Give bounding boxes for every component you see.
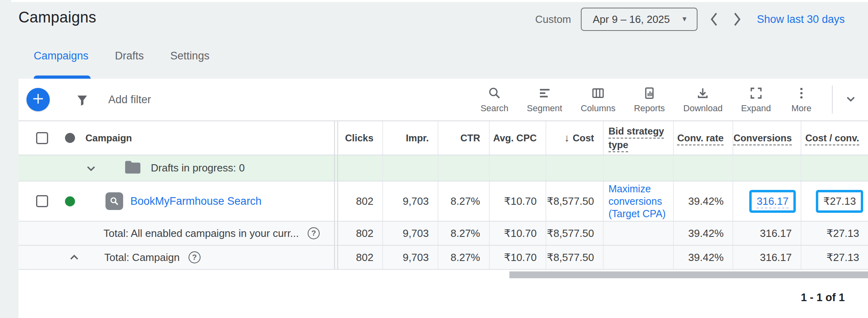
page-title: Campaigns (18, 9, 96, 26)
total-cost-conv: ₹27.13 (801, 222, 868, 245)
collapse-totals-chevron[interactable] (67, 250, 82, 265)
show-last-30-days-link[interactable]: Show last 30 days (757, 13, 845, 26)
total-impr: 9,703 (382, 246, 438, 269)
total-clicks: 802 (338, 246, 382, 269)
next-period-button[interactable] (726, 8, 748, 31)
previous-period-button[interactable] (703, 8, 726, 31)
download-icon (696, 86, 710, 100)
campaigns-table-card: Add filter Search Segment Columns (18, 79, 868, 318)
total-avg-cpc: ₹10.70 (489, 222, 546, 245)
reports-icon (642, 86, 657, 100)
column-header-campaign[interactable]: Campaign (85, 132, 132, 144)
table-header-row: Campaign Clicks Impr. CTR Avg. CPC ↓ Cos… (18, 120, 868, 155)
conversions-highlight-box: 316.17 (749, 190, 796, 213)
total-campaign-label: Total: Campaign (104, 251, 180, 264)
conversions-value[interactable]: 316.17 (756, 195, 789, 207)
status-column-dot (65, 133, 75, 143)
total-enabled-row: Total: All enabled campaigns in your cur… (18, 222, 868, 246)
pagination-label: 1 - 1 of 1 (801, 292, 845, 304)
download-button[interactable]: Download (683, 86, 723, 114)
column-header-ctr[interactable]: CTR (438, 121, 489, 155)
drafts-row-label: Drafts in progress: 0 (151, 162, 245, 174)
column-header-conversions[interactable]: Conversions (732, 121, 801, 155)
cell-conversions: 316.17 (732, 181, 801, 221)
sort-descending-icon: ↓ (564, 132, 570, 144)
tab-drafts[interactable]: Drafts (115, 50, 144, 66)
frozen-column-divider (334, 121, 338, 155)
collapse-toolbar-chevron[interactable] (837, 86, 865, 114)
folder-icon (124, 160, 142, 177)
row-checkbox[interactable] (36, 195, 48, 207)
column-header-impr[interactable]: Impr. (382, 121, 438, 155)
drafts-in-progress-row[interactable]: Drafts in progress: 0 (18, 155, 868, 181)
date-controls: Custom Apr 9 – 16, 2025 ▼ Show last 30 d… (535, 7, 845, 31)
total-impr: 9,703 (382, 222, 438, 245)
select-all-checkbox[interactable] (36, 132, 48, 144)
column-header-bid-strategy[interactable]: Bid strategy type (603, 121, 673, 155)
expand-button[interactable]: Expand (741, 86, 771, 114)
total-conversions: 316.17 (732, 246, 801, 269)
search-campaign-type-icon (105, 192, 123, 210)
top-edge-strip (11, 0, 868, 2)
help-icon[interactable]: ? (189, 251, 201, 263)
total-enabled-label: Total: All enabled campaigns in your cur… (103, 227, 299, 240)
column-header-conv-rate[interactable]: Conv. rate (673, 121, 732, 155)
total-cost: ₹8,577.50 (546, 222, 603, 245)
total-avg-cpc: ₹10.70 (489, 246, 546, 269)
total-clicks: 802 (338, 222, 382, 245)
expand-icon (749, 86, 763, 100)
total-conv-rate: 39.42% (673, 246, 732, 269)
table-toolbar: Add filter Search Segment Columns (18, 79, 868, 120)
total-campaign-row: Total: Campaign ? 802 9,703 8.27% ₹10.70… (18, 246, 868, 270)
total-conv-rate: 39.42% (673, 222, 732, 245)
date-mode-label: Custom (535, 13, 571, 26)
cell-bid-strategy: Maximize conversions (Target CPA) (603, 181, 673, 221)
segment-button[interactable]: Segment (527, 86, 562, 114)
total-cost: ₹8,577.50 (546, 246, 603, 269)
dropdown-caret-icon: ▼ (681, 15, 688, 23)
tab-campaigns[interactable]: Campaigns (34, 50, 89, 66)
cell-impr: 9,703 (382, 181, 438, 221)
columns-icon (591, 86, 605, 100)
cell-ctr: 8.27% (438, 181, 489, 221)
column-header-cost-conv[interactable]: Cost / conv. (801, 121, 868, 155)
campaign-status-enabled-dot[interactable] (65, 196, 75, 206)
search-button[interactable]: Search (481, 86, 509, 114)
campaign-name-link[interactable]: BookMyFarmhouse Search (130, 195, 262, 208)
horizontal-scrollbar[interactable] (509, 271, 868, 278)
more-icon (794, 86, 809, 100)
segment-icon (537, 86, 552, 100)
bid-strategy-link[interactable]: Maximize conversions (Target CPA) (608, 183, 673, 220)
tab-bar: Campaigns Drafts Settings (34, 50, 236, 66)
toolbar-actions: Search Segment Columns Reports (481, 79, 868, 120)
column-header-avg-cpc[interactable]: Avg. CPC (489, 121, 546, 155)
active-tab-indicator (34, 75, 91, 79)
filter-icon[interactable] (75, 92, 90, 108)
cell-conv-rate: 39.42% (673, 181, 732, 221)
cost-conv-highlight-box: ₹27.13 (816, 190, 863, 213)
cell-avg-cpc: ₹10.70 (489, 181, 546, 221)
column-header-clicks[interactable]: Clicks (338, 121, 382, 155)
chevron-down-icon (844, 92, 858, 107)
cell-cost: ₹8,577.50 (546, 181, 603, 221)
help-icon[interactable]: ? (308, 227, 320, 239)
total-conversions: 316.17 (732, 222, 801, 245)
campaign-row: BookMyFarmhouse Search 802 9,703 8.27% ₹… (18, 181, 868, 222)
tab-settings[interactable]: Settings (170, 50, 210, 66)
cell-clicks: 802 (338, 181, 382, 221)
add-filter-button[interactable]: Add filter (108, 79, 151, 120)
cell-cost-conv: ₹27.13 (801, 181, 868, 221)
total-cost-conv: ₹27.13 (801, 246, 868, 269)
more-button[interactable]: More (789, 86, 813, 114)
columns-button[interactable]: Columns (581, 86, 616, 114)
cost-conv-value: ₹27.13 (823, 195, 856, 207)
toolbar-divider (832, 86, 833, 114)
date-range-picker[interactable]: Apr 9 – 16, 2025 ▼ (581, 8, 698, 31)
search-icon (487, 86, 502, 100)
campaigns-table: Campaign Clicks Impr. CTR Avg. CPC ↓ Cos… (18, 120, 868, 270)
add-campaign-button[interactable] (26, 88, 50, 111)
column-header-cost[interactable]: ↓ Cost (546, 121, 603, 155)
collapse-drafts-chevron[interactable] (83, 161, 99, 176)
reports-button[interactable]: Reports (634, 86, 665, 114)
total-ctr: 8.27% (438, 246, 489, 269)
